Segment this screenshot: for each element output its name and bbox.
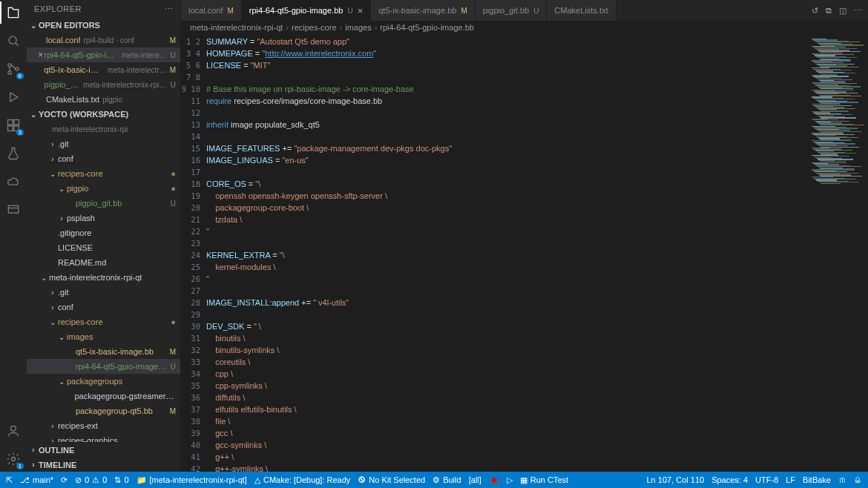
ports[interactable]: ⇅ 0 [114,475,128,485]
timeline-header[interactable]: ›TIMELINE [27,457,180,472]
open-editor-item[interactable]: local.confrpi4-build · confM [27,33,180,47]
close-icon[interactable]: × [358,5,364,16]
editor-tab[interactable]: pigpio_git.bbU [476,0,548,21]
open-editor-item[interactable]: CMakeLists.txtpigpio [27,92,180,107]
file-name: pigpio_git.bb [44,80,80,89]
editor-tab[interactable]: local.confM [181,0,242,21]
tree-label: recipes-core [58,169,103,178]
debug-icon[interactable] [5,89,22,105]
tab-more-icon[interactable]: ⋯ [854,6,862,16]
problems[interactable]: ⊘ 0 ⚠ 0 [75,475,107,485]
activity-bar: 6 3 1 [0,0,27,472]
ext-badge: 3 [16,129,24,136]
cloud-icon[interactable] [5,174,22,190]
tree-item[interactable]: ›psplash [27,211,180,225]
tree-item[interactable]: README.md [27,255,180,270]
breadcrumb-seg[interactable]: rpi4-64-qt5-gpio-image.bb [380,23,474,32]
build-target[interactable]: [all] [469,475,481,484]
tree-item[interactable]: ›conf [27,151,180,166]
open-editors-header[interactable]: ⌄OPEN EDITORS [27,18,180,33]
scm-icon[interactable]: 6 [5,61,22,77]
workspace-folder[interactable]: 📁 [meta-interelectronix-rpi-qt] [137,475,247,485]
tree-label: pigpio_git.bb [76,199,122,208]
outline-header[interactable]: ›OUTLINE [27,442,180,457]
gear-icon[interactable]: 1 [5,451,22,467]
tree-item[interactable]: meta-interelectronix-rpi [27,122,180,136]
sync-btn[interactable]: ⟳ [61,475,68,485]
tree-item[interactable]: packagegroup-gstreamer1.0.bb [27,389,180,403]
mod-badge: M [167,348,176,356]
kit-status[interactable]: 🛇 No Kit Selected [358,475,425,484]
language-mode[interactable]: BitBake [803,475,831,484]
breadcrumb-seg[interactable]: images [345,23,371,32]
tree-item[interactable]: ›recipes-ext [27,418,180,433]
cmake-status[interactable]: △ CMake: [Debug]: Ready [254,475,350,485]
remote-btn[interactable]: ⇱ [6,475,13,485]
tree-item[interactable]: pigpio_git.bbU [27,196,180,211]
tree-label: rpi4-64-qt5-gpio-image.bb [76,362,168,371]
eol[interactable]: LF [786,475,795,484]
tree-label: .git [58,139,69,148]
editor-tab[interactable]: qt5-ix-basic-image.bbM [371,0,476,21]
open-editor-item[interactable]: qt5-ix-basic-image.bbmeta-interelectroni… [27,62,180,77]
code-editor[interactable]: SUMMARY = "Autostart Qt5 demo app" HOMEP… [206,34,809,472]
notifications-icon[interactable]: 🕭 [854,475,862,484]
close-icon[interactable]: × [37,50,45,60]
debug-btn[interactable]: 🐞 [489,475,499,485]
tree-item[interactable]: .gitignore [27,225,180,240]
breadcrumb-seg[interactable]: meta-interelectronix-rpi-qt [190,23,283,32]
remote-panel-icon[interactable] [5,202,22,218]
tab-label: CMakeLists.txt [554,6,608,15]
accounts-icon[interactable] [5,423,22,439]
tree-item[interactable]: rpi4-64-qt5-gpio-image.bbU [27,359,180,374]
tree-item[interactable]: ⌄pigpio● [27,181,180,196]
split-icon[interactable]: ◫ [839,6,846,16]
svg-point-0 [9,36,16,44]
feedback-icon[interactable]: ⫙ [838,475,846,484]
svg-rect-8 [8,205,18,213]
tree-item[interactable]: ›.git [27,285,180,300]
history-icon[interactable]: ↺ [812,6,818,16]
chevron-icon: › [47,288,58,297]
testing-icon[interactable] [5,145,22,162]
editor-tab[interactable]: rpi4-64-qt5-gpio-image.bbU× [242,0,371,21]
open-editor-item[interactable]: ×rpi4-64-qt5-gpio-image.bbmeta-interelec… [27,47,180,62]
minimap[interactable] [809,34,868,472]
tree-item[interactable]: ⌄images [27,329,180,344]
tree-item[interactable]: ›recipes-graphics [27,433,180,442]
tab-label: qt5-ix-basic-image.bb [378,6,456,15]
diff-icon[interactable]: ⧉ [826,6,832,16]
search-icon[interactable] [5,33,22,49]
file-desc: rpi4-build · conf [83,36,134,44]
tree-item[interactable]: LICENSE [27,240,180,255]
mod-badge: M [167,66,176,74]
explorer-icon[interactable] [5,4,22,21]
breadcrumbs[interactable]: meta-interelectronix-rpi-qt›recipes-core… [181,21,868,34]
outline-label: OUTLINE [39,446,74,455]
workspace-header[interactable]: ⌄YOCTO (WORKSPACE) [27,107,180,122]
tree-item[interactable]: ⌄recipes-core● [27,166,180,181]
branch[interactable]: ⎇ main* [20,475,53,485]
run-btn[interactable]: ▷ [507,475,513,485]
editor-tab[interactable]: CMakeLists.txt [547,0,616,21]
tab-label: rpi4-64-qt5-gpio-image.bb [249,6,343,15]
tree-item[interactable]: packagegroup-qt5.bbM [27,403,180,418]
ctest-btn[interactable]: ▦ Run CTest [520,475,568,485]
breadcrumb-seg[interactable]: recipes-core [292,23,337,32]
open-editor-item[interactable]: pigpio_git.bbmeta-interelectronix-rpi · … [27,77,180,92]
tree-item[interactable]: ›.git [27,136,180,151]
tree-item[interactable]: ⌄meta-interelectronix-rpi-qt [27,270,180,285]
extensions-icon[interactable]: 3 [5,117,22,133]
build-btn[interactable]: ⚙ Build [433,475,461,485]
tree-item[interactable]: ⌄recipes-core● [27,314,180,329]
tree-item[interactable]: qt5-ix-basic-image.bbM [27,344,180,359]
cursor-pos[interactable]: Ln 107, Col 110 [646,475,704,484]
sidebar-more-icon[interactable]: ⋯ [165,4,174,14]
chevron-icon: ⌄ [56,377,67,386]
encoding[interactable]: UTF-8 [755,475,778,484]
file-name: qt5-ix-basic-image.bb [44,65,105,74]
tree-item[interactable]: ⌄packagegroups [27,374,180,389]
tree-item[interactable]: ›conf [27,300,180,314]
indent[interactable]: Spaces: 4 [711,475,748,484]
status-bar: ⇱ ⎇ main* ⟳ ⊘ 0 ⚠ 0 ⇅ 0 📁 [meta-interele… [0,472,868,488]
